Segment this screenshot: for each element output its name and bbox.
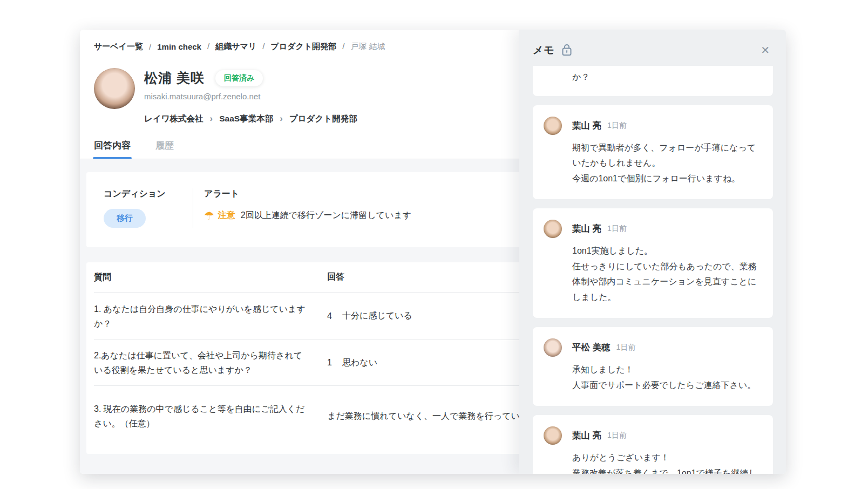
alert-text: 2回以上連続で移行ゾーンに滞留しています xyxy=(241,210,411,221)
answer-score: 1 xyxy=(327,358,332,368)
comment-body: 1on1実施しました。 任せっきりにしていた部分もあったので、業務体制や部内コミ… xyxy=(572,243,762,305)
alert-level: 注意 xyxy=(218,210,235,221)
person-email: misaki.matsuura@prf.zenelo.net xyxy=(144,92,357,101)
avatar xyxy=(544,220,562,238)
breadcrumb-item-1min-check[interactable]: 1min check xyxy=(143,42,201,51)
comment-author: 平松 美穂 xyxy=(572,342,611,354)
breadcrumb-item-survey-list[interactable]: サーベイ一覧 xyxy=(94,42,143,52)
tab-history[interactable]: 履歴 xyxy=(155,139,174,159)
org-company: レイワ株式会社 xyxy=(144,113,204,125)
org-department: プロダクト開発部 xyxy=(273,113,357,125)
comment-timestamp: 1日前 xyxy=(607,121,627,131)
breadcrumb-item-org-summary[interactable]: 組織サマリ xyxy=(201,42,256,52)
answer-text: 十分に感じている xyxy=(342,310,412,322)
org-division: SaaS事業本部 xyxy=(204,113,274,125)
comment-card: 葉山 亮 1日前 ありがとうございます！ 業務改善が落ち着くまで、1on1で様子… xyxy=(533,415,773,474)
comment-card: 平松 美穂 1日前 承知しました！ 人事面でサポート必要でしたらご連絡下さい。 xyxy=(533,327,773,406)
avatar xyxy=(544,117,562,135)
comment-card: 葉山 亮 1日前 1on1実施しました。 任せっきりにしていた部分もあったので、… xyxy=(533,208,773,318)
memo-title: メモ xyxy=(533,43,555,57)
question-text: 2.あなたは仕事に置いて、会社や上司から期待されている役割を果たせていると思いま… xyxy=(94,341,327,385)
breadcrumb-item-current-person: 戸塚 結城 xyxy=(336,42,385,52)
condition-value-badge: 移行 xyxy=(104,209,146,228)
comment-author: 葉山 亮 xyxy=(572,223,601,235)
question-text: 3. 現在の業務の中で感じること等を自由にご記入ください。（任意） xyxy=(94,394,327,438)
answer-text: 思わない xyxy=(342,357,377,369)
comment-author: 葉山 亮 xyxy=(572,430,601,442)
comment-body: 承知しました！ 人事面でサポート必要でしたらご連絡下さい。 xyxy=(572,362,762,393)
memo-header: メモ ✕ xyxy=(519,30,786,66)
tab-answer-content[interactable]: 回答内容 xyxy=(94,139,131,159)
comment-timestamp: 1日前 xyxy=(607,224,627,234)
breadcrumb-item-department[interactable]: プロダクト開発部 xyxy=(256,42,336,52)
comment-body: ありがとうございます！ 業務改善が落ち着くまで、1on1で様子を継続します xyxy=(572,450,762,474)
comment-author: 葉山 亮 xyxy=(572,120,601,132)
person-name: 松浦 美咲 xyxy=(144,69,205,87)
close-icon[interactable]: ✕ xyxy=(758,43,772,58)
status-badge: 回答済み xyxy=(215,70,263,86)
avatar xyxy=(544,338,562,357)
umbrella-alert-icon: ☂ xyxy=(204,210,214,221)
avatar xyxy=(94,68,135,109)
memo-comment-list: か？ 葉山 亮 1日前 期初で異動者が多く、フォローが手薄になっていたかもしれま… xyxy=(519,66,786,474)
comment-body: か？ xyxy=(572,72,589,82)
comment-card-partial: か？ xyxy=(533,66,773,96)
app-window: サーベイ一覧 1min check 組織サマリ プロダクト開発部 戸塚 結城 松… xyxy=(80,30,786,474)
comment-timestamp: 1日前 xyxy=(616,343,636,352)
org-path: レイワ株式会社 SaaS事業本部 プロダクト開発部 xyxy=(144,113,357,125)
profile-info: 松浦 美咲 回答済み misaki.matsuura@prf.zenelo.ne… xyxy=(144,68,357,125)
condition-label: コンディション xyxy=(104,188,193,200)
comment-timestamp: 1日前 xyxy=(607,431,627,440)
lock-icon xyxy=(561,44,573,57)
question-text: 1. あなたは自分自身の仕事にやりがいを感じていますか？ xyxy=(94,294,327,338)
memo-panel: メモ ✕ か？ 葉山 亮 1日前 期初 xyxy=(519,30,786,474)
avatar xyxy=(544,426,562,445)
comment-card: 葉山 亮 1日前 期初で異動者が多く、フォローが手薄になっていたかもしれません。… xyxy=(533,105,773,199)
question-column-header: 質問 xyxy=(94,262,327,292)
comment-body: 期初で異動者が多く、フォローが手薄になっていたかもしれません。 今週の1on1で… xyxy=(572,140,762,186)
answer-score: 4 xyxy=(327,311,332,321)
